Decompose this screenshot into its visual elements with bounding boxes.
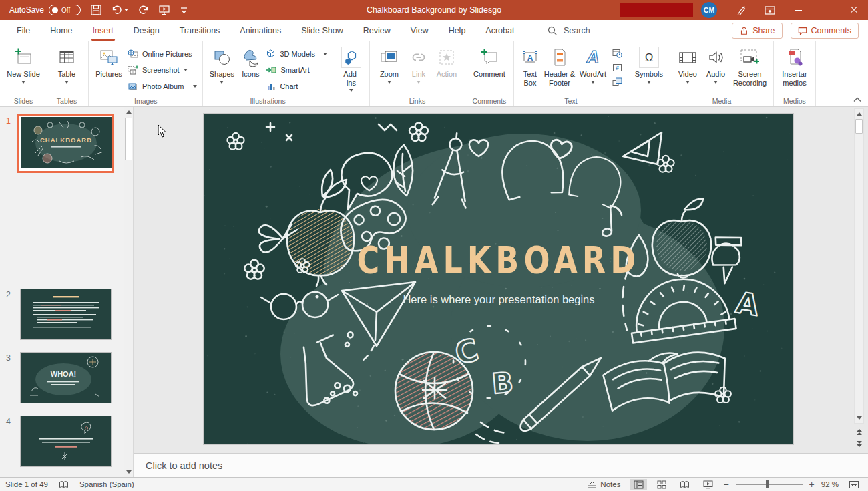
minimize-button[interactable] xyxy=(784,0,812,20)
thumbnail-scrollbar[interactable] xyxy=(124,107,133,477)
photo-album-button[interactable]: Photo Album xyxy=(126,79,199,93)
zoom-label: Zoom xyxy=(380,70,399,79)
slideshow-view-button[interactable] xyxy=(700,479,716,490)
zoom-level[interactable]: 92 % xyxy=(821,480,839,488)
group-text: A Text Box Header & Footer A WordArt # T… xyxy=(514,41,628,106)
tab-transitions[interactable]: Transitions xyxy=(170,20,230,41)
slide-thumbnail-1[interactable]: CHALKBOARD xyxy=(17,114,114,173)
main-scroll-thumb[interactable] xyxy=(855,119,863,134)
slide-canvas[interactable]: C B xyxy=(204,114,793,444)
zoom-slider-thumb[interactable] xyxy=(766,480,769,488)
zoom-button[interactable]: Zoom xyxy=(373,43,405,84)
ribbon-tab-row: File Home Insert Design Transitions Anim… xyxy=(0,20,868,41)
video-button[interactable]: Video xyxy=(674,43,702,84)
text-box-icon: A xyxy=(521,47,539,68)
notes-pane[interactable]: Click to add notes xyxy=(134,453,868,477)
pictures-button[interactable]: Pictures xyxy=(92,43,126,79)
insertar-medios-button[interactable]: Insertar medios xyxy=(777,43,812,87)
slide-sorter-view-button[interactable] xyxy=(654,479,670,490)
screen-recording-button[interactable]: Screen Recording xyxy=(730,43,770,87)
svg-text:A: A xyxy=(586,48,600,67)
tab-home[interactable]: Home xyxy=(40,20,82,41)
group-label-comments: Comments xyxy=(465,97,513,105)
status-bar: Slide 1 of 49 Spanish (Spain) Notes − + … xyxy=(0,477,868,491)
tab-help[interactable]: Help xyxy=(439,20,476,41)
previous-slide-button[interactable] xyxy=(854,426,864,437)
table-button[interactable]: Table xyxy=(49,43,85,84)
slide-thumbnail-3[interactable]: WHOA! xyxy=(20,352,112,403)
zoom-in-button[interactable]: + xyxy=(809,481,815,488)
search-box[interactable]: Search xyxy=(548,20,590,41)
share-button[interactable]: Share xyxy=(732,23,782,39)
tab-review[interactable]: Review xyxy=(353,20,401,41)
avatar[interactable]: CM xyxy=(701,2,717,18)
undo-button[interactable] xyxy=(112,5,128,15)
comments-button[interactable]: Comments xyxy=(791,23,859,39)
zoom-out-button[interactable]: − xyxy=(723,481,728,488)
inking-pen-button[interactable] xyxy=(728,0,756,20)
icons-button[interactable]: Icons xyxy=(237,43,264,79)
spell-check-icon[interactable] xyxy=(59,480,69,489)
action-button: Action xyxy=(432,43,461,79)
customize-toolbar-button[interactable] xyxy=(180,5,188,15)
slide-title[interactable]: CHALKBOARD xyxy=(357,238,641,281)
chart-button[interactable]: Chart xyxy=(264,79,329,93)
wordart-button[interactable]: A WordArt xyxy=(576,43,610,84)
date-time-button[interactable] xyxy=(611,47,624,59)
group-tables: Table Tables xyxy=(45,41,89,106)
header-footer-icon xyxy=(551,47,568,68)
collapse-ribbon-icon[interactable] xyxy=(853,97,863,104)
reading-view-button[interactable] xyxy=(676,479,693,490)
slide-thumbnail-2[interactable] xyxy=(20,289,112,340)
header-footer-button[interactable]: Header & Footer xyxy=(543,43,576,87)
main-scrollbar[interactable] xyxy=(854,108,864,424)
undo-dropdown-icon[interactable] xyxy=(124,9,128,11)
audio-button[interactable]: Audio xyxy=(702,43,730,84)
start-slideshow-button[interactable] xyxy=(159,5,170,15)
save-button[interactable] xyxy=(91,5,101,15)
3d-models-button[interactable]: 3D Models xyxy=(264,47,329,61)
group-media: Video Audio Screen Recording Media xyxy=(670,41,774,106)
slide-thumbnail-panel: 1 CHALKBOARD 2 3 WHOA! 4 xyxy=(0,107,134,477)
zoom-slider[interactable] xyxy=(736,484,803,485)
redo-button[interactable] xyxy=(138,5,149,15)
tab-view[interactable]: View xyxy=(401,20,439,41)
thumbnail-scroll-down[interactable] xyxy=(124,467,134,477)
new-comment-button[interactable]: Comment xyxy=(469,43,510,79)
search-label: Search xyxy=(564,26,590,35)
screenshot-button[interactable]: Screenshot xyxy=(126,63,199,77)
addins-button[interactable]: Add-ins xyxy=(337,43,366,92)
close-button[interactable] xyxy=(840,0,868,20)
online-pictures-button[interactable]: Online Pictures xyxy=(126,47,199,61)
tab-animations[interactable]: Animations xyxy=(230,20,291,41)
photo-album-label: Photo Album xyxy=(142,82,184,90)
tab-acrobat[interactable]: Acrobat xyxy=(475,20,524,41)
text-box-button[interactable]: A Text Box xyxy=(517,43,543,87)
thumbnail-scroll-thumb[interactable] xyxy=(125,118,132,160)
normal-view-button[interactable] xyxy=(630,479,647,490)
tab-design[interactable]: Design xyxy=(124,20,170,41)
slide-subtitle[interactable]: Here is where your presentation begins xyxy=(403,293,594,305)
language-indicator[interactable]: Spanish (Spain) xyxy=(79,480,134,488)
new-slide-button[interactable]: New Slide xyxy=(5,43,41,84)
next-slide-button[interactable] xyxy=(854,438,864,449)
fit-to-window-button[interactable] xyxy=(845,479,863,490)
autosave-toggle[interactable]: AutoSave Off xyxy=(9,5,81,15)
shapes-button[interactable]: Shapes xyxy=(206,43,237,84)
symbols-button[interactable]: Ω Symbols xyxy=(632,43,666,84)
main-scroll-up[interactable] xyxy=(855,109,863,119)
tab-insert[interactable]: Insert xyxy=(83,20,124,41)
thumbnail-scroll-up[interactable] xyxy=(124,107,134,117)
maximize-button[interactable] xyxy=(812,0,840,20)
slide-thumbnail-4[interactable] xyxy=(20,416,112,467)
tab-slide-show[interactable]: Slide Show xyxy=(291,20,353,41)
smartart-button[interactable]: SmartArt xyxy=(264,63,329,77)
ribbon-display-options-button[interactable] xyxy=(756,0,784,20)
notes-toggle-button[interactable]: Notes xyxy=(584,479,624,490)
symbols-icon: Ω xyxy=(639,47,659,68)
tab-file[interactable]: File xyxy=(7,20,40,41)
slide-number-button[interactable]: # xyxy=(611,61,624,73)
main-scroll-down[interactable] xyxy=(855,413,863,423)
insert-object-button[interactable] xyxy=(611,75,624,88)
comment-icon xyxy=(798,27,807,35)
